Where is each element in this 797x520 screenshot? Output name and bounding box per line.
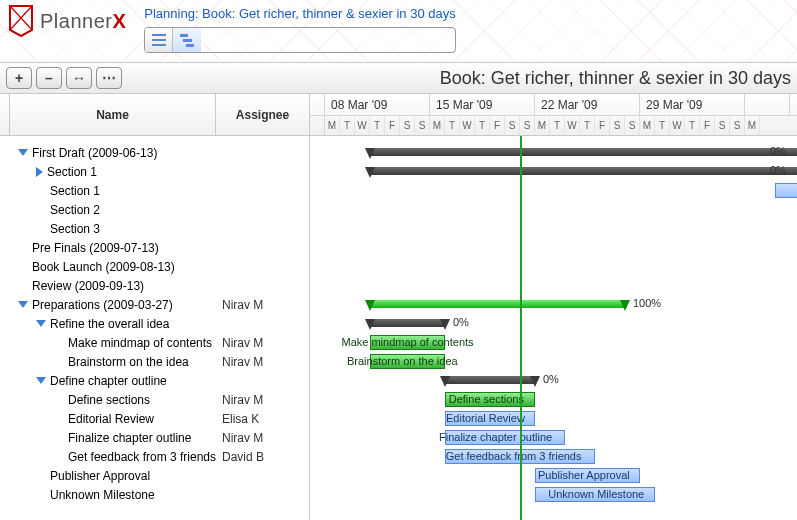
day-header-cell: T xyxy=(475,116,490,135)
task-bar-label: Publisher Approval xyxy=(538,469,630,481)
task-name: Section 2 xyxy=(50,203,100,217)
percent-label: 0% xyxy=(453,316,469,328)
app-header: PlannerX Planning: Book: Get richer, thi… xyxy=(0,0,797,62)
task-row[interactable]: Editorial ReviewElisa K xyxy=(0,409,309,428)
task-name: Publisher Approval xyxy=(50,469,150,483)
day-header-cell: W xyxy=(355,116,370,135)
task-row[interactable]: Refine the overall idea xyxy=(0,314,309,333)
app-logo: PlannerX xyxy=(6,4,126,38)
logo-text: PlannerX xyxy=(40,10,126,33)
task-row[interactable]: Section 1 xyxy=(0,181,309,200)
task-row[interactable]: Preparations (2009-03-27)Nirav M xyxy=(0,295,309,314)
day-header-cell: W xyxy=(460,116,475,135)
today-line xyxy=(520,136,522,520)
day-header-cell: T xyxy=(685,116,700,135)
task-name: Section 3 xyxy=(50,222,100,236)
gantt-pane[interactable]: 08 Mar '0915 Mar '0922 Mar '0929 Mar '09… xyxy=(310,94,797,520)
link-tasks-button[interactable]: ↔ xyxy=(66,67,92,89)
svg-rect-5 xyxy=(186,44,194,47)
task-bar-label: Define sections xyxy=(449,393,524,405)
task-name: Get feedback from 3 friends xyxy=(68,450,216,464)
task-bar[interactable] xyxy=(775,183,797,198)
column-header-assignee[interactable]: Assignee xyxy=(216,94,309,135)
summary-bar[interactable] xyxy=(370,300,625,308)
svg-point-1 xyxy=(152,39,154,41)
task-name: Refine the overall idea xyxy=(50,317,169,331)
task-row[interactable]: Finalize chapter outlineNirav M xyxy=(0,428,309,447)
task-assignee: Nirav M xyxy=(216,355,309,369)
day-header-cell: S xyxy=(610,116,625,135)
task-row[interactable]: Brainstorm on the ideaNirav M xyxy=(0,352,309,371)
list-view-button[interactable] xyxy=(145,28,173,52)
task-name: Brainstorm on the idea xyxy=(68,355,189,369)
summary-bar[interactable] xyxy=(370,167,797,175)
task-row[interactable]: Section 2 xyxy=(0,200,309,219)
week-header-cell xyxy=(310,94,325,115)
task-bar-label: Get feedback from 3 friends xyxy=(446,450,582,462)
unlink-tasks-button[interactable]: ⋯ xyxy=(96,67,122,89)
percent-label: 100% xyxy=(633,297,661,309)
task-row[interactable]: Publisher Approval xyxy=(0,466,309,485)
day-header-cell: W xyxy=(670,116,685,135)
week-header-cell xyxy=(745,94,790,115)
task-name: Editorial Review xyxy=(68,412,154,426)
task-name: Section 1 xyxy=(47,165,97,179)
task-row[interactable]: Pre Finals (2009-07-13) xyxy=(0,238,309,257)
day-header-cell: M xyxy=(430,116,445,135)
task-tree-header: Name Assignee xyxy=(0,94,309,136)
breadcrumb[interactable]: Planning: Book: Get richer, thinner & se… xyxy=(144,6,455,21)
summary-bar[interactable] xyxy=(370,148,797,156)
gantt-view-button[interactable] xyxy=(173,28,201,52)
day-header-cell: S xyxy=(505,116,520,135)
project-title: Book: Get richer, thinner & sexier in 30… xyxy=(440,68,791,89)
chevron-down-icon[interactable] xyxy=(18,149,28,156)
chevron-down-icon[interactable] xyxy=(36,377,46,384)
chevron-down-icon[interactable] xyxy=(36,320,46,327)
day-header-cell: F xyxy=(385,116,400,135)
day-header-cell: S xyxy=(715,116,730,135)
week-header-cell: 15 Mar '09 xyxy=(430,94,535,115)
task-name: Review (2009-09-13) xyxy=(32,279,144,293)
day-header-cell: M xyxy=(640,116,655,135)
day-header-cell: M xyxy=(745,116,760,135)
task-row[interactable]: Define chapter outline xyxy=(0,371,309,390)
week-header-cell: 29 Mar '09 xyxy=(640,94,745,115)
task-name: Make mindmap of contents xyxy=(68,336,212,350)
day-header-cell: S xyxy=(415,116,430,135)
task-row[interactable]: Book Launch (2009-08-13) xyxy=(0,257,309,276)
svg-point-2 xyxy=(152,44,154,46)
timeline-header: 08 Mar '0915 Mar '0922 Mar '0929 Mar '09… xyxy=(310,94,797,136)
task-row[interactable]: Section 1 xyxy=(0,162,309,181)
task-name: Section 1 xyxy=(50,184,100,198)
summary-bar[interactable] xyxy=(370,319,445,327)
gantt-chart[interactable]: 0%0%100%0%Make mindmap of contentsBrains… xyxy=(310,136,797,520)
task-row[interactable]: First Draft (2009-06-13) xyxy=(0,143,309,162)
task-assignee: Nirav M xyxy=(216,298,309,312)
task-assignee: Nirav M xyxy=(216,393,309,407)
svg-rect-3 xyxy=(180,34,188,37)
task-name: Book Launch (2009-08-13) xyxy=(32,260,175,274)
task-row[interactable]: Define sectionsNirav M xyxy=(0,390,309,409)
day-header-cell: F xyxy=(490,116,505,135)
remove-task-button[interactable]: – xyxy=(36,67,62,89)
chevron-down-icon[interactable] xyxy=(18,301,28,308)
day-header-cell: W xyxy=(565,116,580,135)
task-row[interactable]: Unknown Milestone xyxy=(0,485,309,504)
task-row[interactable]: Get feedback from 3 friendsDavid B xyxy=(0,447,309,466)
chevron-right-icon[interactable] xyxy=(36,167,43,177)
svg-rect-4 xyxy=(183,39,192,42)
task-row[interactable]: Review (2009-09-13) xyxy=(0,276,309,295)
task-tree-pane: Name Assignee First Draft (2009-06-13)Se… xyxy=(0,94,310,520)
task-name: Preparations (2009-03-27) xyxy=(32,298,173,312)
day-header-cell: M xyxy=(325,116,340,135)
task-bar-label: Finalize chapter outline xyxy=(439,431,552,443)
day-header-cell: T xyxy=(340,116,355,135)
week-header-cell: 08 Mar '09 xyxy=(325,94,430,115)
add-task-button[interactable]: + xyxy=(6,67,32,89)
gantt-icon xyxy=(179,33,195,47)
day-header-cell: T xyxy=(445,116,460,135)
column-header-name[interactable]: Name xyxy=(10,94,216,135)
task-name: Define sections xyxy=(68,393,150,407)
task-row[interactable]: Section 3 xyxy=(0,219,309,238)
task-row[interactable]: Make mindmap of contentsNirav M xyxy=(0,333,309,352)
